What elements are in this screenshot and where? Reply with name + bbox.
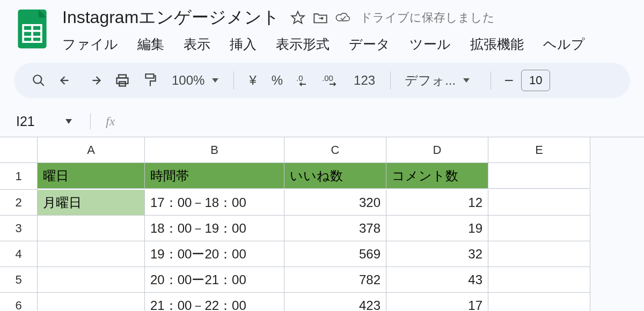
cell-A6[interactable] <box>38 293 145 311</box>
cell-C4[interactable]: 569 <box>284 241 386 267</box>
cell-D2[interactable]: 12 <box>386 190 488 216</box>
cell-C3[interactable]: 378 <box>284 216 386 241</box>
redo-icon[interactable] <box>83 69 106 92</box>
cell-A5[interactable] <box>38 267 145 293</box>
toolbar-separator <box>491 71 491 90</box>
svg-rect-9 <box>117 78 128 84</box>
menu-help[interactable]: ヘルプ <box>541 34 587 54</box>
font-name: デフォ... <box>405 72 456 89</box>
currency-format-button[interactable]: ¥ <box>244 73 261 88</box>
decrease-font-button[interactable]: − <box>501 71 517 90</box>
cell-C6[interactable]: 423 <box>284 293 386 311</box>
star-icon[interactable] <box>290 10 305 25</box>
cell-D5[interactable]: 43 <box>386 267 488 293</box>
cell-C1[interactable]: いいね数 <box>284 163 386 189</box>
increase-decimal-icon[interactable]: .00 <box>320 69 344 92</box>
cell-B4[interactable]: 19：00ー20：00 <box>145 241 284 267</box>
number-format-button[interactable]: 123 <box>348 73 380 88</box>
font-picker[interactable]: デフォ... <box>400 72 481 89</box>
svg-point-6 <box>33 75 41 83</box>
cell-C2[interactable]: 320 <box>284 190 386 216</box>
row-head-1[interactable]: 1 <box>0 163 38 190</box>
toolbar-separator <box>233 71 234 90</box>
cell-A4[interactable] <box>38 241 145 267</box>
cell-A2[interactable]: 月曜日 <box>38 190 145 216</box>
menu-tools[interactable]: ツール <box>407 34 453 54</box>
svg-marker-5 <box>292 11 304 23</box>
toolbar-separator <box>390 71 391 90</box>
decrease-decimal-icon[interactable]: .0 <box>292 69 316 92</box>
menu-file[interactable]: ファイル <box>60 34 120 54</box>
titlebar: Instagramエンゲージメント ドライブに保存しました <box>0 0 644 60</box>
chevron-down-icon <box>212 78 218 83</box>
col-head-B[interactable]: B <box>145 137 284 163</box>
zoom-picker[interactable]: 100% <box>166 73 224 88</box>
cell-A1[interactable]: 曜日 <box>38 163 145 189</box>
sheets-app-icon[interactable] <box>16 5 48 49</box>
fx-icon: fx <box>106 114 115 129</box>
chevron-down-icon <box>65 119 72 124</box>
col-head-C[interactable]: C <box>284 137 386 163</box>
save-status-text: ドライブに保存しました <box>360 10 495 26</box>
cell-E6[interactable] <box>488 293 590 311</box>
percent-format-button[interactable]: % <box>266 73 288 88</box>
paint-format-icon[interactable] <box>138 69 162 92</box>
row-head-6[interactable]: 6 <box>0 293 38 311</box>
menu-format[interactable]: 表示形式 <box>274 34 332 54</box>
doc-title[interactable]: Instagramエンゲージメント <box>59 5 283 31</box>
separator <box>90 113 91 129</box>
row-head-3[interactable]: 3 <box>0 216 38 241</box>
print-icon[interactable] <box>111 69 134 92</box>
cell-E4[interactable] <box>488 241 590 267</box>
menu-extensions[interactable]: 拡張機能 <box>468 34 526 54</box>
cell-B1[interactable]: 時間帯 <box>145 163 284 189</box>
cell-E3[interactable] <box>488 216 590 241</box>
col-head-A[interactable]: A <box>38 137 145 163</box>
cell-D1[interactable]: コメント数 <box>386 163 488 189</box>
col-head-D[interactable]: D <box>386 137 488 163</box>
col-head-E[interactable]: E <box>488 137 590 163</box>
menu-view[interactable]: 表示 <box>181 34 213 54</box>
toolbar: 100% ¥ % .0 .00 123 デフォ... − 10 <box>14 63 630 98</box>
search-icon[interactable] <box>27 69 50 92</box>
cell-D6[interactable]: 17 <box>386 293 488 311</box>
menubar: ファイル 編集 表示 挿入 表示形式 データ ツール 拡張機能 ヘルプ <box>59 30 633 60</box>
cell-E1[interactable] <box>488 163 590 189</box>
formula-input[interactable] <box>120 114 644 129</box>
cell-D4[interactable]: 32 <box>386 241 488 267</box>
spreadsheet-grid: A B C D E 1 曜日 時間帯 いいね数 コメント数 2 月曜日 17：0… <box>0 137 644 311</box>
svg-text:.0: .0 <box>296 73 303 83</box>
name-box-value: I21 <box>16 114 35 129</box>
menu-data[interactable]: データ <box>347 34 392 54</box>
cell-B2[interactable]: 17：00－18：00 <box>145 190 284 216</box>
row-head-4[interactable]: 4 <box>0 241 38 267</box>
cell-B3[interactable]: 18：00－19：00 <box>145 216 284 241</box>
cell-E5[interactable] <box>488 267 590 293</box>
cell-A3[interactable] <box>38 216 145 241</box>
cell-C5[interactable]: 782 <box>284 267 386 293</box>
undo-icon[interactable] <box>55 69 78 92</box>
move-folder-icon[interactable] <box>313 10 328 25</box>
row-head-2[interactable]: 2 <box>0 190 38 216</box>
menu-insert[interactable]: 挿入 <box>228 34 259 54</box>
cell-B6[interactable]: 21：00－22：00 <box>145 293 284 311</box>
select-all-corner[interactable] <box>0 137 38 163</box>
chevron-down-icon <box>463 78 470 83</box>
svg-text:.00: .00 <box>322 73 333 83</box>
menu-edit[interactable]: 編集 <box>135 34 166 54</box>
svg-rect-11 <box>145 74 153 78</box>
row-head-5[interactable]: 5 <box>0 267 38 293</box>
font-size-input[interactable]: 10 <box>521 70 550 91</box>
cloud-saved-icon[interactable] <box>335 10 350 25</box>
cell-E2[interactable] <box>488 190 590 216</box>
cell-D3[interactable]: 19 <box>386 216 488 241</box>
formula-row: I21 fx <box>0 98 644 135</box>
name-box[interactable]: I21 <box>16 114 80 129</box>
svg-line-7 <box>40 82 44 86</box>
cell-B5[interactable]: 20：00ー21：00 <box>145 267 284 293</box>
zoom-value: 100% <box>172 73 204 88</box>
